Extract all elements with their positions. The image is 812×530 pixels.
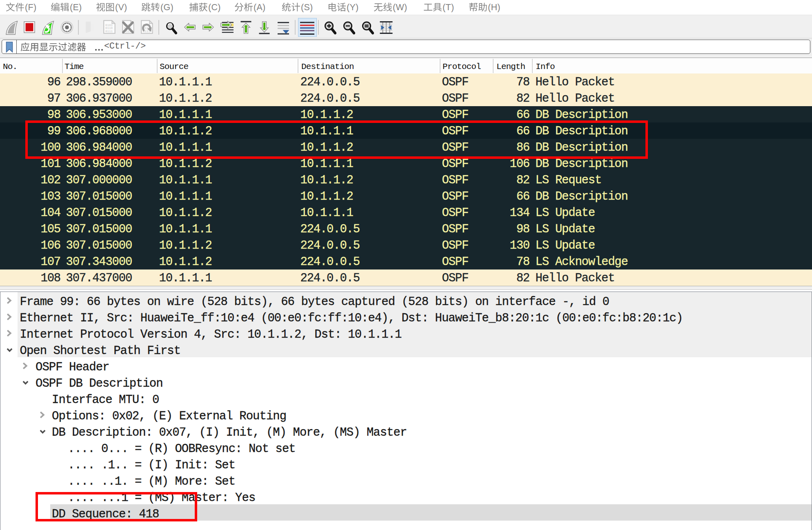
svg-text:0111: 0111 — [105, 30, 113, 33]
